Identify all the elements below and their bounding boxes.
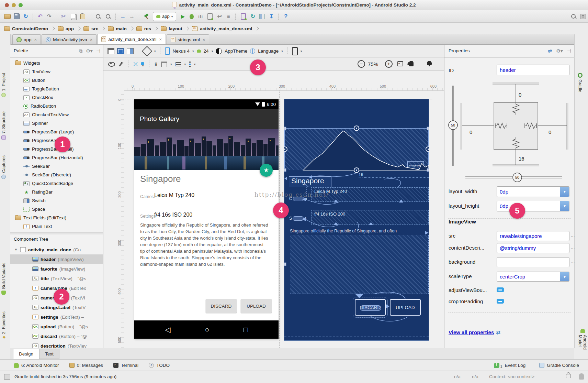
more-button[interactable]: … (570, 245, 575, 250)
attach-icon[interactable]: ↩ (215, 12, 224, 21)
clear-constraints-icon[interactable]: ⤬ (134, 61, 137, 67)
strip-item-android-model[interactable]: Android Model (578, 329, 587, 350)
properties-pin-icon[interactable]: ⊣ (567, 45, 571, 57)
strip-item-gradle[interactable]: Gradle (578, 73, 583, 92)
palette-item-seekbar[interactable]: SeekBar (10, 162, 103, 171)
combo-arrow-icon[interactable]: ▼ (560, 272, 569, 282)
vertical-bias-value[interactable]: 50 (451, 123, 455, 127)
strip-item-1-project[interactable]: 1: Project (1, 73, 6, 97)
find-icon[interactable] (96, 14, 100, 19)
tree-item-header[interactable]: header (ImageView) (10, 254, 103, 264)
palette-group-text-fields-edittext-[interactable]: Text Fields (EditText) (10, 214, 103, 222)
margin-bottom-value[interactable]: 16 (519, 156, 524, 162)
show-constraints-icon[interactable] (108, 62, 115, 67)
api-dropdown-icon[interactable]: ▾ (212, 50, 213, 53)
toolwindow-todo[interactable]: TODO (149, 363, 170, 368)
redo-icon[interactable]: ↷ (45, 12, 54, 21)
constraint-inspector[interactable]: 50 50 0 0 0 16 (447, 80, 570, 183)
palette-gear-icon[interactable]: ⚙▾ (86, 45, 93, 57)
blueprint-device[interactable]: Leica M Typ 240 f/4 16s ISO 200 (284, 99, 429, 340)
toolwindow-grip-icon[interactable] (4, 374, 10, 380)
margin-right-value[interactable]: 0 (549, 129, 551, 135)
palette-item-spinner[interactable]: Spinner (10, 119, 103, 128)
run-configuration-selector[interactable]: app▾ (153, 12, 176, 21)
virtual-device-dropdown-icon[interactable]: ▾ (301, 50, 302, 53)
infer-constraints-icon[interactable] (141, 62, 144, 65)
tree-item-settingsLabel[interactable]: AbsettingsLabel (TextV (10, 303, 103, 312)
toolwindow-6-android-monitor[interactable]: 6: Android Monitor (14, 363, 59, 368)
device-selector[interactable]: Nexus 4 (173, 48, 190, 54)
swap-panel-icon[interactable]: ⇄ (548, 45, 552, 57)
virtual-device-icon[interactable] (292, 47, 298, 55)
profile-icon[interactable]: ılı (196, 12, 205, 21)
device-run-icon[interactable] (207, 13, 213, 20)
breadcrumb-item[interactable]: main (108, 26, 127, 31)
property-field-src[interactable]: rawable/singapore (497, 231, 569, 241)
breadcrumb-item[interactable]: src (83, 26, 98, 31)
replace-icon[interactable] (106, 14, 110, 19)
tree-item-description[interactable]: Abdescription (TextViev (10, 341, 103, 348)
project-structure-icon[interactable] (259, 14, 265, 19)
breadcrumb-item[interactable]: activity_main_done.xml (192, 26, 252, 31)
tab-app[interactable]: app× (12, 34, 41, 44)
palette-item-space[interactable]: Space (10, 205, 103, 214)
property-field-scaletype[interactable]: centerCrop▼ (497, 272, 569, 282)
tree-item-title[interactable]: Abtitle (TextView) – "@s (10, 274, 103, 283)
search-icon[interactable] (571, 14, 576, 19)
avatar-icon[interactable] (580, 14, 586, 19)
paste-icon[interactable] (80, 14, 85, 19)
palette-item-togglebutton[interactable]: ToggleButton (10, 85, 103, 93)
tree-root-activity-main-done[interactable]: ▼activity_main_done (Co (10, 245, 103, 254)
palette-item-plain-text[interactable]: IPlain Text (10, 222, 103, 231)
gradle-sync-icon[interactable]: ↻ (248, 12, 257, 21)
horizontal-bias-value[interactable]: 50 (515, 175, 519, 179)
breadcrumb-item[interactable]: app (58, 26, 74, 31)
palette-item-checkedtextview[interactable]: A✓CheckedTextView (10, 110, 103, 119)
tab-text[interactable]: Text (39, 349, 59, 359)
design-preview-device[interactable]: 6:00 Photo Gallery (134, 99, 279, 339)
close-tab-icon[interactable]: × (90, 37, 93, 42)
close-tab-icon[interactable]: × (34, 37, 37, 42)
open-icon[interactable] (4, 14, 11, 19)
strip-item-7-structure[interactable]: 7: Structure (1, 111, 6, 140)
toggle-croptopadding[interactable] (497, 299, 504, 304)
run-icon[interactable]: ▶ (178, 12, 187, 21)
combo-arrow-icon[interactable]: ▼ (560, 187, 569, 197)
view-all-properties-link[interactable]: View all properties⇄ (449, 329, 500, 336)
collapse-arrow-icon[interactable]: ▼ (14, 248, 18, 251)
header-image[interactable] (134, 129, 279, 170)
palette-item-progressbar-horizontal-[interactable]: ProgressBar (Horizontal) (10, 153, 103, 162)
toolwindow-terminal[interactable]: Terminal (113, 363, 138, 368)
sync-icon[interactable]: ↻ (21, 12, 30, 21)
breadcrumb-item[interactable]: layout (161, 26, 182, 31)
language-dropdown-icon[interactable]: ▾ (281, 50, 283, 53)
palette-item-checkbox[interactable]: ✓CheckBox (10, 93, 103, 102)
cut-icon[interactable]: ✂ (59, 12, 68, 21)
margin-top-value[interactable]: 0 (519, 92, 521, 98)
properties-gear-icon[interactable]: ⚙▾ (556, 45, 563, 57)
property-field-background[interactable] (497, 257, 569, 267)
palette-item-switch[interactable]: Switch (10, 196, 103, 205)
tab-mainactivity-java[interactable]: MainActivity.java× (42, 34, 97, 44)
debug-icon[interactable] (190, 14, 194, 19)
favorite-fab[interactable]: ★ (260, 164, 273, 177)
strip-item-build-variants[interactable]: Build Variants (1, 263, 6, 295)
property-field-layout_height[interactable]: 0dp▼ (497, 201, 569, 211)
copy-icon[interactable] (71, 14, 75, 19)
property-field-layout_width[interactable]: 0dp▼ (497, 186, 569, 197)
split-mode-icon[interactable] (127, 48, 134, 54)
property-field-contentdescri-[interactable]: @string/dummy (497, 243, 569, 253)
tree-item-settings[interactable]: Isettings (EditText) – (10, 312, 103, 322)
tree-item-discard[interactable]: OKdiscard (Button) – "@ (10, 331, 103, 341)
stop-icon[interactable]: ■ (224, 12, 233, 21)
distribute-icon[interactable] (189, 62, 191, 67)
lock-icon[interactable] (566, 374, 571, 378)
palette-item-progressbar-large-[interactable]: ProgressBar (Large) (10, 128, 103, 136)
avd-manager-icon[interactable] (241, 13, 246, 20)
undo-icon[interactable]: ↶ (36, 12, 45, 21)
discard-button[interactable]: DISCARD (206, 299, 237, 313)
id-field[interactable]: header (497, 65, 569, 75)
palette-group-widgets[interactable]: Widgets (10, 59, 103, 67)
pack-icon[interactable] (161, 62, 167, 67)
palette-item-radiobutton[interactable]: RadioButton (10, 102, 103, 110)
